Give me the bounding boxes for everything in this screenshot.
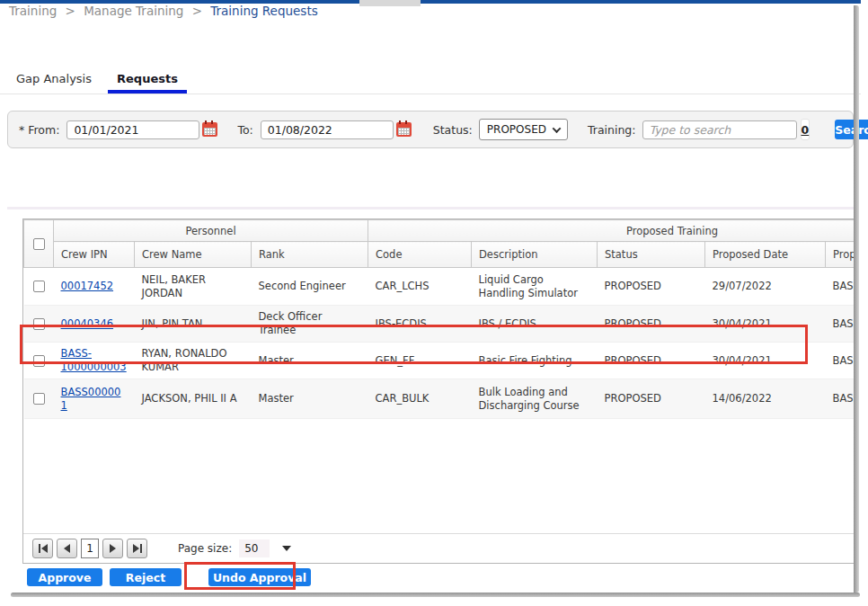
- approve-button[interactable]: Approve: [27, 568, 102, 586]
- row-checkbox[interactable]: [33, 393, 45, 405]
- status-cell: PROPOSED: [598, 379, 705, 419]
- select-all-checkbox[interactable]: [33, 238, 45, 250]
- crew-ipn-link[interactable]: 00040346: [61, 317, 114, 330]
- caret-down-icon[interactable]: [282, 546, 291, 551]
- breadcrumb-separator: >: [66, 4, 75, 18]
- description-cell: Bulk Loading and Discharging Course: [472, 379, 598, 419]
- row-checkbox[interactable]: [33, 318, 45, 330]
- first-page-icon: [39, 544, 40, 553]
- crew-ipn-link[interactable]: 00017452: [61, 280, 114, 292]
- rank-cell: Second Engineer: [252, 268, 368, 306]
- crew-name-cell: JACKSON, PHIL II A: [135, 379, 252, 419]
- proposed-date-cell: 30/04/2021: [705, 306, 826, 343]
- search-button[interactable]: Search: [835, 120, 868, 139]
- breadcrumb-training-requests: Training Requests: [210, 4, 317, 18]
- crew-name-cell: JIN, PIN TAN: [135, 306, 252, 343]
- next-page-icon: [110, 544, 116, 553]
- window-bottom-edge: [11, 593, 860, 597]
- breadcrumb-manage-training[interactable]: Manage Training: [84, 4, 183, 18]
- chevron-down-icon: [553, 124, 562, 133]
- previous-page-button[interactable]: [57, 539, 77, 558]
- training-count-badge[interactable]: 0: [801, 119, 810, 140]
- breadcrumb-separator: >: [192, 4, 202, 18]
- status-select[interactable]: PROPOSED: [479, 119, 568, 140]
- last-page-button[interactable]: [127, 539, 147, 558]
- status-label: Status:: [433, 123, 473, 137]
- code-cell: IBS-ECDIS: [368, 306, 472, 343]
- group-header-proposed-training: Proposed Training: [368, 220, 855, 242]
- col-header-crew-name: Crew Name: [135, 242, 252, 268]
- section-divider: [7, 207, 855, 209]
- calendar-icon[interactable]: [202, 122, 217, 137]
- row-checkbox[interactable]: [33, 281, 45, 292]
- crew-name-cell: RYAN, RONALDO KUMAR: [135, 343, 252, 379]
- window-right-edge: [854, 5, 859, 593]
- tab-bar: Gap Analysis Requests: [0, 63, 861, 94]
- table-row: 00017452 NEIL, BAKER JORDAN Second Engin…: [24, 268, 855, 306]
- from-label: * From:: [19, 123, 59, 137]
- to-date-input[interactable]: [261, 120, 394, 139]
- proposed-date-cell: 30/04/2021: [705, 343, 826, 379]
- col-header-description: Description: [472, 242, 598, 268]
- status-cell: PROPOSED: [598, 306, 705, 343]
- from-date-input[interactable]: [66, 120, 199, 139]
- col-header-proposed-date: Proposed Date: [705, 242, 826, 268]
- tab-gap-analysis[interactable]: Gap Analysis: [7, 63, 101, 94]
- action-button-bar: Approve Reject Undo Approval: [27, 568, 311, 586]
- col-header-rank: Rank: [252, 242, 368, 268]
- table-row: BASS000001 JACKSON, PHIL II A Master CAR…: [24, 379, 855, 419]
- last-page-icon: [133, 544, 139, 553]
- first-page-button[interactable]: [32, 539, 53, 558]
- first-page-icon: [41, 544, 48, 553]
- rank-cell: Master: [252, 379, 368, 419]
- crew-name-cell: NEIL, BAKER JORDAN: [135, 268, 252, 306]
- proposed-by-cell: BASS: [826, 343, 855, 379]
- requests-table-container: Personnel Proposed Training Crew IPN Cre…: [22, 218, 855, 564]
- table-row-highlighted: BASS-1000000003 RYAN, RONALDO KUMAR Mast…: [24, 343, 855, 379]
- next-page-button[interactable]: [102, 539, 123, 558]
- current-page-indicator[interactable]: 1: [81, 539, 99, 558]
- breadcrumb-training[interactable]: Training: [9, 4, 57, 18]
- training-requests-page: Training > Manage Training > Training Re…: [0, 0, 868, 606]
- status-cell: PROPOSED: [598, 343, 705, 379]
- calendar-icon[interactable]: [396, 122, 412, 137]
- code-cell: CAR_BULK: [368, 379, 472, 419]
- row-checkbox[interactable]: [33, 355, 45, 367]
- description-cell: Liquid Cargo Handling Simulator: [472, 268, 598, 306]
- undo-approval-button[interactable]: Undo Approval: [208, 568, 311, 586]
- col-header-code: Code: [368, 242, 472, 268]
- table-column-header-row: Crew IPN Crew Name Rank Code Description…: [24, 242, 855, 268]
- rank-cell: Master: [252, 343, 368, 379]
- rank-cell: Deck Officer Trainee: [252, 306, 368, 343]
- crew-ipn-link[interactable]: BASS-1000000003: [61, 347, 127, 373]
- status-cell: PROPOSED: [598, 268, 705, 306]
- reject-button[interactable]: Reject: [110, 568, 182, 586]
- page-size-select[interactable]: 50: [239, 539, 270, 557]
- description-cell: Basic Fire Fighting: [472, 343, 598, 379]
- last-page-icon: [140, 544, 142, 553]
- group-header-personnel: Personnel: [54, 220, 368, 242]
- crew-ipn-link[interactable]: BASS000001: [61, 386, 121, 412]
- breadcrumb: Training > Manage Training > Training Re…: [9, 4, 318, 18]
- proposed-date-cell: 14/06/2022: [705, 379, 826, 419]
- tab-requests[interactable]: Requests: [108, 63, 187, 94]
- table-row: 00040346 JIN, PIN TAN Deck Officer Train…: [24, 306, 855, 343]
- page-size-label: Page size:: [178, 542, 232, 555]
- status-select-value: PROPOSED: [487, 123, 546, 136]
- select-all-header-cell: [24, 220, 54, 268]
- to-label: To:: [237, 123, 252, 137]
- training-search-input[interactable]: [642, 120, 797, 139]
- pagination-bar: 1 Page size: 50: [23, 533, 855, 563]
- code-cell: CAR_LCHS: [368, 268, 472, 306]
- previous-page-icon: [64, 544, 70, 553]
- proposed-date-cell: 29/07/2022: [705, 268, 826, 306]
- col-header-proposed-by: Proposed By: [826, 242, 855, 268]
- requests-table: Personnel Proposed Training Crew IPN Cre…: [23, 219, 855, 419]
- proposed-by-cell: BASS: [826, 379, 855, 419]
- col-header-crew-ipn: Crew IPN: [54, 242, 135, 268]
- col-header-status: Status: [598, 242, 705, 268]
- code-cell: GEN_FF: [368, 343, 472, 379]
- proposed-by-cell: BASS: [826, 306, 855, 343]
- table-group-header-row: Personnel Proposed Training: [24, 220, 855, 242]
- window-tab-remnant: [359, 0, 421, 6]
